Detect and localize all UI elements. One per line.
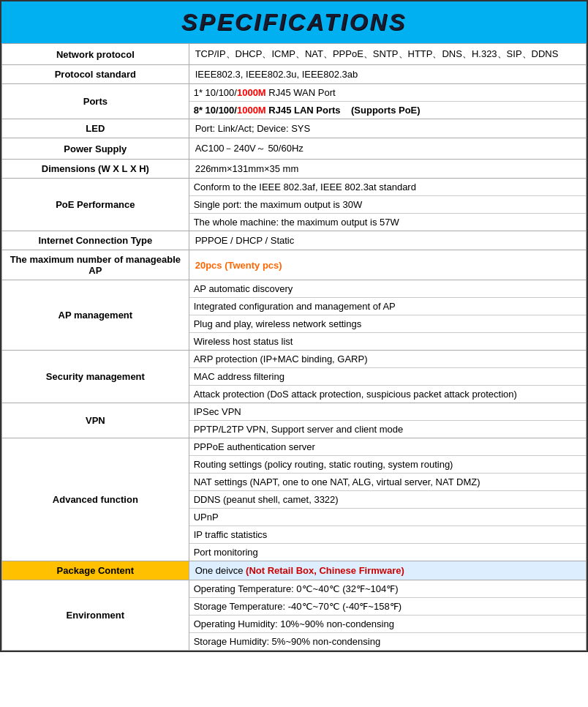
- env-line: Operating Humidity: 10%~90% non-condensi…: [189, 616, 586, 633]
- table-row: Network protocol TCP/IP、DHCP、ICMP、NAT、PP…: [2, 44, 587, 65]
- table-row: Attack protection (DoS attack protection…: [189, 386, 586, 403]
- table-row: PoE Performance Conform to the IEEE 802.…: [2, 179, 587, 231]
- row-value: AC100－240V～ 50/60Hz: [189, 138, 586, 160]
- table-row: Wireless host status list: [189, 333, 586, 351]
- table-row: The maximum number of manageable AP 20pc…: [2, 250, 587, 280]
- table-row: Routing settings (policy routing, static…: [189, 456, 586, 474]
- table-row: Integrated configuration and management …: [189, 298, 586, 315]
- table-row: Conform to the IEEE 802.3af, IEEE 802.3a…: [189, 179, 586, 196]
- row-value: Port: Link/Act; Device: SYS: [189, 119, 586, 138]
- table-row: Storage Temperature: -40℃~70℃ (-40℉~158℉…: [189, 598, 586, 616]
- table-row: VPN IPSec VPN PPTP/L2TP VPN, Support ser…: [2, 403, 587, 438]
- specs-table: Network protocol TCP/IP、DHCP、ICMP、NAT、PP…: [1, 43, 587, 651]
- table-row: LED Port: Link/Act; Device: SYS: [2, 119, 587, 138]
- ap-line: Wireless host status list: [189, 333, 586, 351]
- advanced-line: PPPoE authentication server: [189, 438, 586, 456]
- row-value: PPPoE authentication server Routing sett…: [189, 438, 586, 561]
- row-label: VPN: [2, 403, 189, 438]
- row-label: Network protocol: [2, 44, 189, 65]
- table-row: IP traffic statistics: [189, 526, 586, 544]
- security-line: MAC address filtering: [189, 368, 586, 386]
- package-row: Package Content One deivce (Not Retail B…: [2, 561, 587, 580]
- table-row: 8* 10/100/1000M RJ45 LAN Ports (Supports…: [189, 102, 586, 119]
- row-value: AP automatic discovery Integrated config…: [189, 280, 586, 351]
- table-row: AP management AP automatic discovery Int…: [2, 280, 587, 351]
- row-label: AP management: [2, 280, 189, 351]
- table-row: Operating Humidity: 10%~90% non-condensi…: [189, 616, 586, 633]
- table-row: IPSec VPN: [189, 403, 586, 421]
- highlight-value: 20pcs (Twenty pcs): [195, 260, 282, 271]
- security-line: ARP protection (IP+MAC binding, GARP): [189, 351, 586, 368]
- table-row: ARP protection (IP+MAC binding, GARP): [189, 351, 586, 368]
- poe-line: The whole machine: the maximum output is…: [189, 214, 586, 231]
- vpn-line: PPTP/L2TP VPN, Support server and client…: [189, 421, 586, 438]
- table-row: Storage Humidity: 5%~90% non-condensing: [189, 633, 586, 651]
- advanced-line: Port monitoring: [189, 544, 586, 561]
- highlight-text: 1000M: [237, 105, 266, 116]
- advanced-line: Routing settings (policy routing, static…: [189, 456, 586, 474]
- row-value: TCP/IP、DHCP、ICMP、NAT、PPPoE、SNTP、HTTP、DNS…: [189, 44, 586, 65]
- ap-line: Integrated configuration and management …: [189, 298, 586, 315]
- table-row: Plug and play, wireless network settings: [189, 315, 586, 333]
- table-row: DDNS (peanut shell, camet, 3322): [189, 491, 586, 509]
- security-table: ARP protection (IP+MAC binding, GARP) MA…: [189, 351, 586, 403]
- row-label: Advanced function: [2, 438, 189, 561]
- row-value: Operating Temperature: 0℃~40℃ (32℉~104℉)…: [189, 580, 586, 651]
- row-value: ARP protection (IP+MAC binding, GARP) MA…: [189, 351, 586, 403]
- package-highlight: (Not Retail Box, Chinese Firmware): [246, 565, 404, 576]
- row-value: IEEE802.3, IEEE802.3u, IEEE802.3ab: [189, 65, 586, 84]
- row-label: Internet Connection Type: [2, 231, 189, 250]
- ap-line: Plug and play, wireless network settings: [189, 315, 586, 333]
- table-row: Operating Temperature: 0℃~40℃ (32℉~104℉): [189, 580, 586, 598]
- table-row: Advanced function PPPoE authentication s…: [2, 438, 587, 561]
- table-row: MAC address filtering: [189, 368, 586, 386]
- ap-line: AP automatic discovery: [189, 280, 586, 298]
- package-value: One deivce (Not Retail Box, Chinese Firm…: [189, 561, 586, 580]
- specs-page: SPECIFICATIONS Network protocol TCP/IP、D…: [0, 0, 588, 652]
- table-row: Environment Operating Temperature: 0℃~40…: [2, 580, 587, 651]
- table-row: The whole machine: the maximum output is…: [189, 214, 586, 231]
- table-row: Port monitoring: [189, 544, 586, 561]
- package-label: Package Content: [2, 561, 189, 580]
- table-row: Security management ARP protection (IP+M…: [2, 351, 587, 403]
- table-row: 1* 10/100/1000M RJ45 WAN Port: [189, 84, 586, 102]
- page-title: SPECIFICATIONS: [1, 9, 587, 36]
- table-row: Ports 1* 10/100/1000M RJ45 WAN Port 8* 1…: [2, 84, 587, 119]
- row-label: The maximum number of manageable AP: [2, 250, 189, 280]
- environment-table: Operating Temperature: 0℃~40℃ (32℉~104℉)…: [189, 580, 586, 650]
- vpn-table: IPSec VPN PPTP/L2TP VPN, Support server …: [189, 403, 586, 438]
- advanced-line: DDNS (peanut shell, camet, 3322): [189, 491, 586, 509]
- advanced-table: PPPoE authentication server Routing sett…: [189, 438, 586, 561]
- table-row: Single port: the maximum output is 30W: [189, 196, 586, 214]
- table-row: PPTP/L2TP VPN, Support server and client…: [189, 421, 586, 438]
- table-row: NAT settings (NAPT, one to one NAT, ALG,…: [189, 474, 586, 491]
- table-row: PPPoE authentication server: [189, 438, 586, 456]
- env-line: Operating Temperature: 0℃~40℃ (32℉~104℉): [189, 580, 586, 598]
- title-bar: SPECIFICATIONS: [1, 1, 587, 43]
- vpn-line: IPSec VPN: [189, 403, 586, 421]
- poe-line: Conform to the IEEE 802.3af, IEEE 802.3a…: [189, 179, 586, 196]
- env-line: Storage Temperature: -40℃~70℃ (-40℉~158℉…: [189, 598, 586, 616]
- row-label: Security management: [2, 351, 189, 403]
- row-label: LED: [2, 119, 189, 138]
- port-value: 1* 10/100/1000M RJ45 WAN Port: [189, 84, 586, 102]
- table-row: Dimensions (W X L X H) 226mm×131mm×35 mm: [2, 160, 587, 179]
- highlight-text: 1000M: [237, 87, 266, 98]
- row-label: Protocol standard: [2, 65, 189, 84]
- security-line: Attack protection (DoS attack protection…: [189, 386, 586, 403]
- port-value: 8* 10/100/1000M RJ45 LAN Ports (Supports…: [189, 102, 586, 119]
- row-label: Ports: [2, 84, 189, 119]
- ports-table: 1* 10/100/1000M RJ45 WAN Port 8* 10/100/…: [189, 84, 586, 119]
- table-row: Internet Connection Type PPPOE / DHCP / …: [2, 231, 587, 250]
- row-value: PPPOE / DHCP / Static: [189, 231, 586, 250]
- advanced-line: UPnP: [189, 509, 586, 526]
- advanced-line: NAT settings (NAPT, one to one NAT, ALG,…: [189, 474, 586, 491]
- ap-mgmt-table: AP automatic discovery Integrated config…: [189, 280, 586, 350]
- row-value: Conform to the IEEE 802.3af, IEEE 802.3a…: [189, 179, 586, 231]
- row-value: 226mm×131mm×35 mm: [189, 160, 586, 179]
- env-line: Storage Humidity: 5%~90% non-condensing: [189, 633, 586, 651]
- table-row: Protocol standard IEEE802.3, IEEE802.3u,…: [2, 65, 587, 84]
- row-value: 20pcs (Twenty pcs): [189, 250, 586, 280]
- poe-line: Single port: the maximum output is 30W: [189, 196, 586, 214]
- row-label: PoE Performance: [2, 179, 189, 231]
